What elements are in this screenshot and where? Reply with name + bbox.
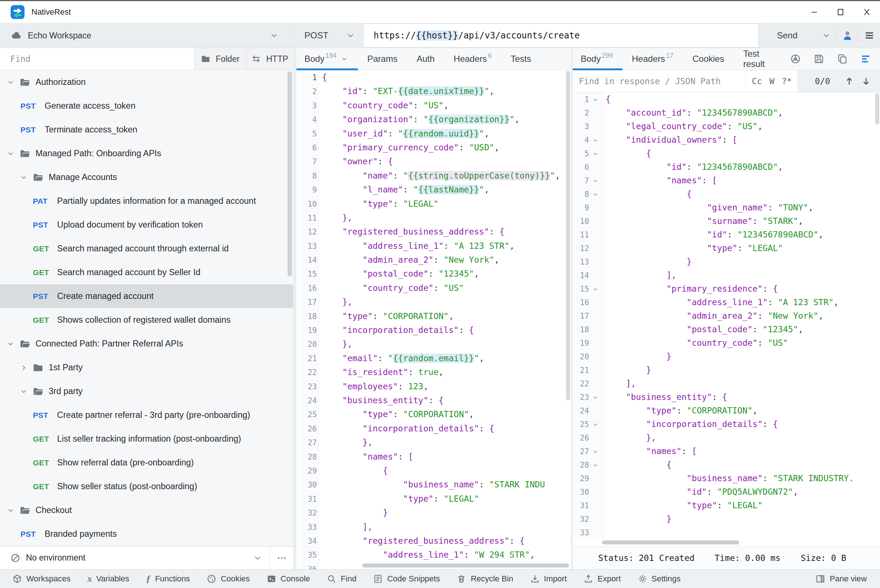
toolbar-variables[interactable]: xVariables <box>87 574 129 584</box>
find-in-response-input[interactable] <box>573 70 746 92</box>
response-horizontal-scrollbar[interactable] <box>602 540 739 544</box>
tab-params[interactable]: Params <box>358 48 407 70</box>
toolbar-import[interactable]: Import <box>530 574 567 584</box>
fold-chevron-icon[interactable] <box>592 137 599 144</box>
tab-test-result[interactable]: Test result <box>734 48 790 70</box>
find-next-icon[interactable] <box>861 76 871 86</box>
toolbar-cookies[interactable]: Cookies <box>207 574 250 584</box>
chevron-down-icon[interactable] <box>6 506 15 514</box>
sidebar-request[interactable]: GETShow referral data (pre-onboarding) <box>0 451 293 475</box>
chevron-down-icon[interactable] <box>19 173 28 182</box>
sidebar-request[interactable]: GETSearch managed account through extern… <box>0 237 293 261</box>
chevron-right-icon[interactable] <box>19 364 28 372</box>
sidebar-request[interactable]: PSTBranded payments <box>0 522 293 546</box>
tab-tests[interactable]: Tests <box>501 48 541 70</box>
fold-chevron-icon[interactable] <box>592 462 599 469</box>
minimize-icon[interactable] <box>801 1 827 23</box>
sidebar-request[interactable]: PSTCreate managed account <box>0 284 293 308</box>
sidebar-request[interactable]: GETSearch managed account by Seller Id <box>0 261 293 284</box>
copy-icon[interactable] <box>837 53 848 64</box>
environment-selector[interactable]: No environment <box>0 546 270 569</box>
toolbar-pane-view[interactable]: Pane view <box>816 574 867 584</box>
fold-chevron-icon[interactable] <box>592 191 599 198</box>
sidebar-request[interactable]: GETList seller tracking information (pos… <box>0 427 293 451</box>
fold-chevron-icon[interactable] <box>592 177 599 184</box>
match-case-button[interactable]: Cc <box>752 76 762 86</box>
sidebar-folder[interactable]: Manage Accounts <box>0 165 293 189</box>
sidebar-request[interactable]: PSTUpload document by verification token <box>0 213 293 237</box>
toolbar-console[interactable]: Console <box>267 574 310 584</box>
user-account-button[interactable] <box>837 30 858 41</box>
fold-chevron-icon[interactable] <box>592 286 599 293</box>
sidebar-request[interactable]: GETShow seller status (post-onboarding) <box>0 475 293 498</box>
sidebar-request[interactable]: PSTGenerate access_token <box>0 94 293 118</box>
whole-word-button[interactable]: W <box>769 76 774 86</box>
tab-auth[interactable]: Auth <box>407 48 444 70</box>
sidebar-folder[interactable]: 3rd party <box>0 380 293 403</box>
sidebar-folder[interactable]: Managed Path: Onboarding APIs <box>0 142 293 165</box>
tab-body[interactable]: Body194 <box>296 48 358 70</box>
tab-cookies[interactable]: Cookies <box>683 48 734 70</box>
request-horizontal-scrollbar[interactable] <box>362 564 569 567</box>
hamburger-menu-icon[interactable] <box>858 30 880 41</box>
tab-headers[interactable]: Headers6 <box>444 48 501 70</box>
sidebar-request[interactable]: PSTCreate partner referral - 3rd party (… <box>0 403 293 427</box>
url-input[interactable]: https://{{host}}/api/v3/accounts/create <box>363 23 759 48</box>
maximize-icon[interactable] <box>827 1 854 23</box>
code-line: 29 "business_name": "STARK INDUSTRY. <box>573 472 880 485</box>
toolbar-functions[interactable]: ƒFunctions <box>146 574 190 584</box>
line-number: 26 <box>573 431 589 445</box>
workspace-selector[interactable]: Echo Workspace <box>0 23 293 48</box>
send-options-chevron-icon[interactable] <box>816 31 836 40</box>
toolbar-workspaces[interactable]: Workspaces <box>12 574 70 584</box>
toolbar-code-snippets[interactable]: Code Snippets <box>373 574 440 584</box>
sidebar-folder[interactable]: Connected Path: Partner Referral APIs <box>0 332 293 356</box>
toolbar-settings[interactable]: Settings <box>638 574 681 584</box>
search-input[interactable] <box>0 48 194 70</box>
folder-closed-icon <box>32 362 45 374</box>
sidebar-folder[interactable]: Checkout <box>0 498 293 522</box>
chevron-down-icon[interactable] <box>19 387 28 396</box>
regex-button[interactable]: ?* <box>781 76 792 86</box>
request-body-editor[interactable]: 1{2 "id": "EXT-{{date.unixTime}}",3 "cou… <box>296 70 571 569</box>
fold-chevron-icon[interactable] <box>592 150 599 158</box>
save-icon[interactable] <box>813 53 825 64</box>
sidebar-request[interactable]: PSTTerminate access_token <box>0 118 293 142</box>
toolbar-export[interactable]: Export <box>584 574 621 584</box>
format-icon[interactable] <box>860 53 871 64</box>
response-body-viewer[interactable]: 1{2 "account_id": "1234567890ABCD",3 "le… <box>573 93 880 540</box>
browser-icon[interactable] <box>790 53 801 64</box>
toolbar-recycle-bin[interactable]: Recycle Bin <box>457 574 513 584</box>
tab-headers[interactable]: Headers17 <box>622 48 683 70</box>
fold-chevron-icon[interactable] <box>592 448 599 455</box>
chevron-down-icon[interactable] <box>6 150 15 158</box>
pane-view-icon <box>816 574 825 584</box>
fold-chevron-icon[interactable] <box>592 96 599 103</box>
method-selector[interactable]: POST <box>296 23 363 48</box>
toolbar-find[interactable]: Find <box>327 574 357 584</box>
sidebar-folder[interactable]: Authorization <box>0 70 293 94</box>
code-line: 14 ], <box>573 268 880 282</box>
sidebar-folder[interactable]: 1st Party <box>0 356 293 380</box>
environment-more-button[interactable] <box>270 546 293 569</box>
chevron-down-icon[interactable] <box>6 340 15 348</box>
no-environment-icon <box>10 553 21 563</box>
fold-chevron-icon[interactable] <box>592 421 599 428</box>
line-number: 15 <box>296 267 317 281</box>
sidebar-request[interactable]: PATPartially updates information for a m… <box>0 189 293 213</box>
folder-open-icon <box>32 386 45 398</box>
fold-chevron-icon[interactable] <box>592 394 599 401</box>
request-vertical-scrollbar[interactable] <box>566 71 570 400</box>
new-http-request-button[interactable]: HTTP <box>246 48 293 70</box>
send-button[interactable]: Send <box>759 30 816 40</box>
response-vertical-scrollbar[interactable] <box>875 93 879 124</box>
find-previous-icon[interactable] <box>844 76 855 86</box>
chevron-down-icon[interactable] <box>6 78 15 86</box>
close-icon[interactable] <box>854 1 880 23</box>
sidebar-request[interactable]: GETShows collection of registered wallet… <box>0 308 293 332</box>
new-folder-button[interactable]: Folder <box>194 48 246 70</box>
sidebar-scrollbar[interactable] <box>288 71 292 276</box>
code-line: 15 "primary_residence": { <box>573 282 880 296</box>
tab-body[interactable]: Body299 <box>573 48 622 70</box>
panel-splitter[interactable] <box>293 48 296 569</box>
